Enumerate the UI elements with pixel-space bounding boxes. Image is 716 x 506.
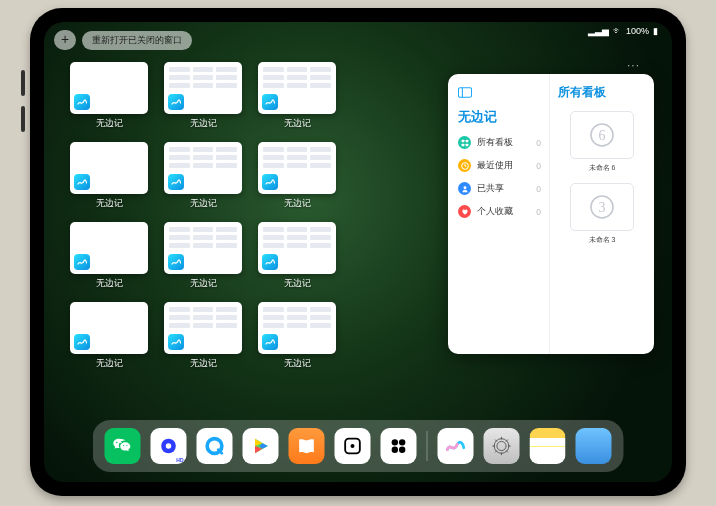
- freeform-app-icon: [74, 254, 90, 270]
- window-tile[interactable]: 无边记: [164, 222, 242, 296]
- window-tile[interactable]: 无边记: [258, 222, 336, 296]
- dock-app-quark[interactable]: HD: [151, 428, 187, 464]
- window-tile-label: 无边记: [258, 358, 336, 370]
- panel-more-icon[interactable]: ···: [627, 58, 640, 72]
- svg-rect-5: [465, 143, 468, 146]
- window-tile-label: 无边记: [164, 278, 242, 290]
- sidebar-item-label: 已共享: [477, 183, 504, 195]
- svg-point-19: [392, 446, 398, 452]
- svg-rect-0: [458, 88, 471, 98]
- svg-point-18: [399, 439, 405, 445]
- svg-rect-4: [461, 143, 464, 146]
- window-tile[interactable]: 无边记: [258, 302, 336, 376]
- sidebar-toggle-icon[interactable]: [458, 84, 541, 102]
- window-tile[interactable]: 无边记: [70, 62, 148, 136]
- panel-title: 无边记: [458, 108, 541, 126]
- sidebar-item-grid[interactable]: 所有看板0: [458, 136, 541, 149]
- dock-app-dice[interactable]: [335, 428, 371, 464]
- svg-text:3: 3: [599, 200, 606, 215]
- svg-point-17: [392, 439, 398, 445]
- window-thumbnail: [70, 142, 148, 194]
- freeform-app-icon: [74, 334, 90, 350]
- window-tile[interactable]: 无边记: [164, 142, 242, 216]
- clock-icon: [458, 159, 471, 172]
- svg-line-27: [495, 440, 497, 442]
- reopen-closed-window-button[interactable]: 重新打开已关闭的窗口: [82, 31, 192, 50]
- battery-icon: ▮: [653, 26, 658, 36]
- sidebar-item-label: 个人收藏: [477, 206, 513, 218]
- freeform-sidebar-panel: 无边记 所有看板0最近使用0已共享0个人收藏0 所有看板 6未命名 63未命名 …: [448, 74, 654, 354]
- window-thumbnail: [258, 142, 336, 194]
- window-thumbnail: [258, 302, 336, 354]
- sidebar-item-share[interactable]: 已共享0: [458, 182, 541, 195]
- dock-app-play[interactable]: [243, 428, 279, 464]
- window-switcher-grid: 无边记无边记无边记无边记无边记无边记无边记无边记无边记无边记无边记无边记: [70, 62, 430, 376]
- signal-icon: ▂▃▅: [588, 26, 609, 36]
- board-item[interactable]: 3未命名 3: [558, 183, 646, 245]
- dock-app-wechat[interactable]: [105, 428, 141, 464]
- battery-label: 100%: [626, 26, 649, 36]
- grid-icon: [458, 136, 471, 149]
- window-thumbnail: [164, 142, 242, 194]
- dock: HD: [93, 420, 624, 472]
- freeform-app-icon: [74, 94, 90, 110]
- svg-rect-2: [461, 139, 464, 142]
- status-bar: ▂▃▅ ᯤ 100% ▮: [588, 26, 658, 36]
- freeform-app-icon: [262, 254, 278, 270]
- dock-app-books[interactable]: [289, 428, 325, 464]
- panel-right-title: 所有看板: [558, 84, 646, 101]
- top-bar: + 重新打开已关闭的窗口: [54, 30, 192, 50]
- dock-app-freeform[interactable]: [438, 428, 474, 464]
- window-tile-label: 无边记: [164, 198, 242, 210]
- dock-app-settings[interactable]: [484, 428, 520, 464]
- heart-icon: [458, 205, 471, 218]
- window-tile-label: 无边记: [70, 198, 148, 210]
- svg-text:6: 6: [599, 128, 606, 143]
- screen: ▂▃▅ ᯤ 100% ▮ + 重新打开已关闭的窗口 无边记无边记无边记无边记无边…: [44, 22, 672, 482]
- sidebar-item-clock[interactable]: 最近使用0: [458, 159, 541, 172]
- board-thumbnail: 6: [570, 111, 634, 159]
- window-tile-label: 无边记: [164, 358, 242, 370]
- freeform-app-icon: [168, 174, 184, 190]
- sidebar-item-label: 最近使用: [477, 160, 513, 172]
- window-tile-label: 无边记: [70, 118, 148, 130]
- window-tile-label: 无边记: [258, 118, 336, 130]
- window-tile[interactable]: 无边记: [70, 222, 148, 296]
- svg-point-7: [463, 186, 466, 189]
- window-tile[interactable]: 无边记: [164, 62, 242, 136]
- svg-point-22: [497, 441, 506, 450]
- add-window-button[interactable]: +: [54, 30, 76, 50]
- svg-point-20: [399, 446, 405, 452]
- window-tile-label: 无边记: [70, 278, 148, 290]
- dock-app-notes[interactable]: [530, 428, 566, 464]
- svg-rect-3: [465, 139, 468, 142]
- window-tile[interactable]: 无边记: [70, 142, 148, 216]
- freeform-app-icon: [74, 174, 90, 190]
- board-name: 未命名 6: [558, 163, 646, 173]
- window-tile[interactable]: 无边记: [258, 62, 336, 136]
- svg-line-28: [506, 451, 508, 453]
- window-tile[interactable]: 无边记: [70, 302, 148, 376]
- dock-app-qqbrowser[interactable]: [197, 428, 233, 464]
- window-tile[interactable]: 无边记: [258, 142, 336, 216]
- window-thumbnail: [164, 222, 242, 274]
- dock-app-folder[interactable]: [576, 428, 612, 464]
- window-tile-label: 无边记: [70, 358, 148, 370]
- svg-line-29: [495, 451, 497, 453]
- window-tile[interactable]: 无边记: [164, 302, 242, 376]
- sidebar-item-count: 0: [536, 207, 541, 217]
- freeform-app-icon: [168, 94, 184, 110]
- ipad-frame: ▂▃▅ ᯤ 100% ▮ + 重新打开已关闭的窗口 无边记无边记无边记无边记无边…: [30, 8, 686, 496]
- svg-line-30: [506, 440, 508, 442]
- board-name: 未命名 3: [558, 235, 646, 245]
- board-item[interactable]: 6未命名 6: [558, 111, 646, 173]
- freeform-app-icon: [262, 94, 278, 110]
- window-tile-label: 无边记: [164, 118, 242, 130]
- share-icon: [458, 182, 471, 195]
- sidebar-item-label: 所有看板: [477, 137, 513, 149]
- dock-app-shapes[interactable]: [381, 428, 417, 464]
- window-thumbnail: [70, 222, 148, 274]
- sidebar-item-count: 0: [536, 184, 541, 194]
- window-tile-label: 无边记: [258, 278, 336, 290]
- sidebar-item-heart[interactable]: 个人收藏0: [458, 205, 541, 218]
